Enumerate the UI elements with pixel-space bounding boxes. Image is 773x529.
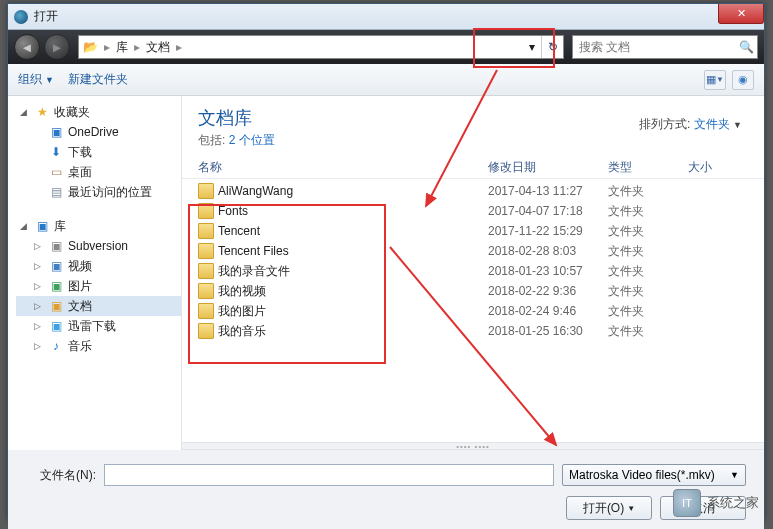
folder-icon xyxy=(198,203,214,219)
col-name[interactable]: 名称 xyxy=(198,159,488,176)
file-date: 2018-02-24 9:46 xyxy=(488,304,608,318)
search-input[interactable] xyxy=(573,40,735,54)
preview-pane-splitter[interactable]: •••• •••• xyxy=(182,442,764,450)
file-list: AliWangWang2017-04-13 11:27文件夹Fonts2017-… xyxy=(182,179,764,343)
file-row[interactable]: Tencent2017-11-22 15:29文件夹 xyxy=(198,221,748,241)
back-button[interactable]: ◄ xyxy=(14,34,40,60)
view-menu[interactable]: ▦ ▼ xyxy=(704,70,726,90)
file-row[interactable]: 我的录音文件2018-01-23 10:57文件夹 xyxy=(198,261,748,281)
file-type: 文件夹 xyxy=(608,283,688,300)
sidebar-item-subversion[interactable]: ▷▣Subversion xyxy=(16,236,181,256)
file-type: 文件夹 xyxy=(608,203,688,220)
address-dropdown[interactable]: ▾ xyxy=(523,40,541,54)
sidebar-item-videos[interactable]: ▷▣视频 xyxy=(16,256,181,276)
watermark-icon: IT xyxy=(673,489,701,517)
help-button[interactable]: ◉ xyxy=(732,70,754,90)
file-date: 2018-01-25 16:30 xyxy=(488,324,608,338)
file-row[interactable]: 我的视频2018-02-22 9:36文件夹 xyxy=(198,281,748,301)
file-date: 2018-01-23 10:57 xyxy=(488,264,608,278)
path-seg-1[interactable]: 文档 xyxy=(140,36,176,58)
file-date: 2017-11-22 15:29 xyxy=(488,224,608,238)
file-name: 我的音乐 xyxy=(218,323,488,340)
file-name: Fonts xyxy=(218,204,488,218)
favorites-group[interactable]: ◢★收藏夹 xyxy=(16,102,181,122)
sidebar-item-onedrive[interactable]: ▣OneDrive xyxy=(16,122,181,142)
locations-link[interactable]: 2 个位置 xyxy=(229,133,275,147)
file-name: AliWangWang xyxy=(218,184,488,198)
libraries-group[interactable]: ◢▣库 xyxy=(16,216,181,236)
toolbar: 组织 ▼ 新建文件夹 ▦ ▼ ◉ xyxy=(8,64,764,96)
arrange-by[interactable]: 排列方式: 文件夹 ▼ xyxy=(639,116,742,133)
file-name: 我的图片 xyxy=(218,303,488,320)
file-date: 2018-02-28 8:03 xyxy=(488,244,608,258)
file-date: 2018-02-22 9:36 xyxy=(488,284,608,298)
file-list-pane: 文档库 包括: 2 个位置 排列方式: 文件夹 ▼ 名称 修改日期 类型 大小 … xyxy=(182,96,764,450)
file-date: 2017-04-13 11:27 xyxy=(488,184,608,198)
titlebar: 打开 ✕ xyxy=(8,4,764,30)
file-row[interactable]: Tencent Files2018-02-28 8:03文件夹 xyxy=(198,241,748,261)
filename-label: 文件名(N): xyxy=(26,467,96,484)
file-row[interactable]: 我的音乐2018-01-25 16:30文件夹 xyxy=(198,321,748,341)
file-date: 2017-04-07 17:18 xyxy=(488,204,608,218)
close-button[interactable]: ✕ xyxy=(718,4,764,24)
path-seg-0[interactable]: 库 xyxy=(110,36,134,58)
new-folder-button[interactable]: 新建文件夹 xyxy=(68,71,128,88)
sidebar-item-recent[interactable]: ▤最近访问的位置 xyxy=(16,182,181,202)
organize-menu[interactable]: 组织 ▼ xyxy=(18,71,54,88)
file-name: 我的录音文件 xyxy=(218,263,488,280)
file-type: 文件夹 xyxy=(608,223,688,240)
folder-icon xyxy=(198,323,214,339)
file-type: 文件夹 xyxy=(608,243,688,260)
watermark: IT 系统之家 xyxy=(673,489,759,517)
forward-button[interactable]: ► xyxy=(44,34,70,60)
window-title: 打开 xyxy=(34,8,58,25)
folder-icon xyxy=(198,183,214,199)
folder-icon xyxy=(198,303,214,319)
file-row[interactable]: AliWangWang2017-04-13 11:27文件夹 xyxy=(198,181,748,201)
file-row[interactable]: 我的图片2018-02-24 9:46文件夹 xyxy=(198,301,748,321)
navigation-pane: ◢★收藏夹 ▣OneDrive ⬇下载 ▭桌面 ▤最近访问的位置 ◢▣库 ▷▣S… xyxy=(8,96,182,450)
search-icon[interactable]: 🔍 xyxy=(735,40,757,54)
sidebar-item-pictures[interactable]: ▷▣图片 xyxy=(16,276,181,296)
app-icon xyxy=(14,10,28,24)
col-size[interactable]: 大小 xyxy=(688,159,748,176)
folder-icon xyxy=(198,243,214,259)
file-type: 文件夹 xyxy=(608,183,688,200)
open-dialog: 打开 ✕ ◄ ► 📂 ▸ 库 ▸ 文档 ▸ ▾ ↻ 🔍 组织 ▼ 新建文件夹 ▦… xyxy=(7,3,765,520)
file-type: 文件夹 xyxy=(608,303,688,320)
open-button[interactable]: 打开(O) ▼ xyxy=(566,496,652,520)
sidebar-item-documents[interactable]: ▷▣文档 xyxy=(16,296,181,316)
file-name: Tencent xyxy=(218,224,488,238)
footer: 文件名(N): Matroska Video files(*.mkv)▼ 打开(… xyxy=(8,450,764,529)
sidebar-item-xunlei[interactable]: ▷▣迅雷下载 xyxy=(16,316,181,336)
folder-icon xyxy=(198,223,214,239)
folder-icon xyxy=(198,263,214,279)
file-type: 文件夹 xyxy=(608,263,688,280)
file-name: Tencent Files xyxy=(218,244,488,258)
sidebar-item-music[interactable]: ▷♪音乐 xyxy=(16,336,181,356)
file-name: 我的视频 xyxy=(218,283,488,300)
sidebar-item-downloads[interactable]: ⬇下载 xyxy=(16,142,181,162)
col-type[interactable]: 类型 xyxy=(608,159,688,176)
column-headers[interactable]: 名称 修改日期 类型 大小 xyxy=(182,155,764,179)
refresh-button[interactable]: ↻ xyxy=(541,36,563,58)
search-box[interactable]: 🔍 xyxy=(572,35,758,59)
sidebar-item-desktop[interactable]: ▭桌面 xyxy=(16,162,181,182)
navigation-bar: ◄ ► 📂 ▸ 库 ▸ 文档 ▸ ▾ ↻ 🔍 xyxy=(8,30,764,64)
filename-input[interactable] xyxy=(104,464,554,486)
address-bar[interactable]: 📂 ▸ 库 ▸ 文档 ▸ ▾ ↻ xyxy=(78,35,564,59)
folder-icon xyxy=(198,283,214,299)
filetype-dropdown[interactable]: Matroska Video files(*.mkv)▼ xyxy=(562,464,746,486)
file-row[interactable]: Fonts2017-04-07 17:18文件夹 xyxy=(198,201,748,221)
col-modified[interactable]: 修改日期 xyxy=(488,159,608,176)
file-type: 文件夹 xyxy=(608,323,688,340)
